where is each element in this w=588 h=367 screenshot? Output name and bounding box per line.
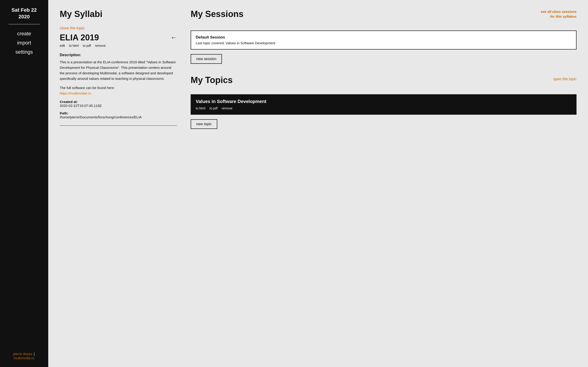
default-session-title: Default Session: [196, 35, 571, 40]
syllabus-topdf-link[interactable]: to pdf: [83, 44, 91, 48]
new-session-button[interactable]: new session: [191, 54, 222, 64]
topics-section-title: My Topics: [191, 75, 233, 85]
sidebar-item-create[interactable]: create: [17, 30, 31, 38]
sidebar-site-link[interactable]: multimodal.cc: [14, 356, 35, 360]
description-text: This is a presentation at the ELIA confe…: [60, 59, 177, 81]
sidebar-user-link[interactable]: pierre depaz: [13, 352, 32, 356]
default-session-card: Default Session Last topic covered: Valu…: [191, 31, 577, 50]
left-panel: My Syllabi close the topic ELIA 2019 ← e…: [60, 9, 186, 358]
syllabus-header: ELIA 2019 ←: [60, 33, 177, 42]
sidebar: Sat Feb 22 2020 create import settings p…: [0, 0, 48, 367]
syllabus-tohtml-link[interactable]: to html: [69, 44, 79, 48]
software-link[interactable]: https://multimodal.cc: [60, 91, 91, 95]
syllabi-section-title: My Syllabi: [60, 9, 177, 19]
sidebar-footer: pierre depaz | multimodal.cc: [5, 352, 44, 360]
back-arrow-link[interactable]: ←: [170, 34, 177, 41]
new-topic-button[interactable]: new topic: [191, 119, 217, 129]
sidebar-divider: [9, 24, 40, 24]
sessions-section-title: My Sessions: [191, 9, 243, 19]
description-label: Description:: [60, 53, 177, 57]
topic-tohtml-link[interactable]: to html: [196, 106, 205, 110]
topic-topdf-link[interactable]: to pdf: [209, 106, 217, 110]
topic-card-title: Values in Software Development: [196, 99, 571, 104]
topic-card-actions: to html to pdf remove: [196, 106, 571, 110]
created-at-label: Created at:: [60, 100, 177, 104]
sidebar-item-import[interactable]: import: [17, 39, 31, 47]
topic-card: Values in Software Development to html t…: [191, 94, 577, 115]
close-topic-link[interactable]: close the topic: [60, 26, 177, 31]
path-value: /home/pierre/Documents/forschung/confere…: [60, 115, 177, 119]
topic-remove-link[interactable]: remove: [222, 106, 233, 110]
default-session-subtitle: Last topic covered: Values in Software D…: [196, 41, 571, 45]
open-topic-link[interactable]: open the topic: [553, 77, 577, 81]
syllabus-remove-link[interactable]: remove: [95, 44, 106, 48]
sidebar-item-settings[interactable]: settings: [15, 48, 33, 56]
sidebar-nav: create import settings: [5, 30, 44, 56]
syllabus-divider: [60, 125, 177, 126]
topics-header: My Topics open the topic: [191, 75, 577, 92]
sidebar-date: Sat Feb 22 2020: [11, 7, 37, 20]
syllabus-card: close the topic ELIA 2019 ← edit to html…: [60, 26, 177, 126]
topics-section: My Topics open the topic Values in Softw…: [191, 75, 577, 129]
created-at-value: 2020-02-22T15:07:45.118Z: [60, 104, 177, 108]
syllabus-name: ELIA 2019: [60, 33, 99, 42]
sidebar-footer-separator: |: [34, 352, 35, 356]
main-content: My Syllabi close the topic ELIA 2019 ← e…: [48, 0, 588, 367]
sessions-header: My Sessions see all class sessions for t…: [191, 9, 577, 26]
syllabus-edit-link[interactable]: edit: [60, 44, 65, 48]
syllabus-actions: edit to html to pdf remove: [60, 44, 177, 48]
path-label: Path:: [60, 111, 177, 115]
full-software-text: The full software can be found here: htt…: [60, 85, 177, 96]
see-all-sessions-link[interactable]: see all class sessions for this syllabus: [541, 9, 577, 19]
right-panel: My Sessions see all class sessions for t…: [186, 9, 577, 358]
